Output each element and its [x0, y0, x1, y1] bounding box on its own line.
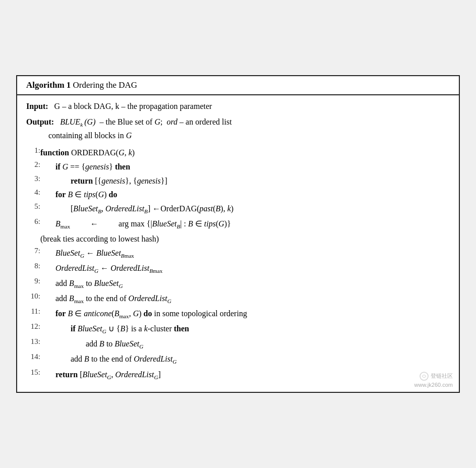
line-content: add B to the end of OrderedListG	[40, 352, 450, 367]
algorithm-header: Algorithm 1 Ordering the DAG	[17, 76, 459, 95]
line-content: OrderedListG ← OrderedListBmax	[40, 261, 450, 276]
line-content: if G == {genesis} then	[40, 160, 450, 174]
line-row: 1:function ORDERDAG(G, k)	[26, 146, 450, 160]
line-number: 4:	[26, 188, 40, 202]
line-number: 9:	[26, 276, 40, 291]
line-row: 5:[BlueSetB, OrderedListB] ←OrderDAG(pas…	[26, 202, 450, 217]
line-number: 6:	[26, 217, 40, 232]
line-row: 13:add B to BlueSetG	[26, 337, 450, 352]
line-row: 8:OrderedListG ← OrderedListBmax	[26, 261, 450, 276]
line-row: 15:return [BlueSetG, OrderedListG]	[26, 368, 450, 383]
line-content: function ORDERDAG(G, k)	[40, 146, 450, 160]
line-content: BlueSetG ← BlueSetBmax	[40, 246, 450, 261]
line-row: (break ties according to lowest hash)	[26, 232, 450, 246]
line-number: 1:	[26, 146, 40, 160]
line-content: for B ∈ anticone(Bmax, G) do in some top…	[40, 307, 450, 322]
line-content: for B ∈ tips(G) do	[40, 188, 450, 202]
watermark: 登链社区 www.jk260.com	[414, 372, 453, 388]
algorithm-lines: 1:function ORDERDAG(G, k)2:if G == {gene…	[26, 146, 450, 382]
line-number: 11:	[26, 307, 40, 322]
line-number: 10:	[26, 291, 40, 307]
algorithm-body: Input: G – a block DAG, k – the propagat…	[17, 95, 459, 391]
line-number: 3:	[26, 174, 40, 188]
line-row: 11:for B ∈ anticone(Bmax, G) do in some …	[26, 307, 450, 322]
output-section: Output: BLUEk (G) – the Blue set of G; o…	[26, 116, 450, 142]
line-row: 10:add Bmax to the end of OrderedListG	[26, 291, 450, 307]
line-number: 14:	[26, 352, 40, 367]
line-content: add B to BlueSetG	[40, 337, 450, 352]
line-row: 14:add B to the end of OrderedListG	[26, 352, 450, 367]
line-content: return [{genesis}, {genesis}]	[40, 174, 450, 188]
line-content: add Bmax to the end of OrderedListG	[40, 291, 450, 307]
line-row: 9:add Bmax to BlueSetG	[26, 276, 450, 291]
input-label: Input:	[26, 102, 48, 110]
line-number: 12:	[26, 322, 40, 337]
line-content: (break ties according to lowest hash)	[40, 232, 450, 246]
algorithm-title-bold: Algorithm 1	[26, 80, 71, 90]
output-blue: BLUEk (G)	[60, 118, 95, 126]
line-row: 2:if G == {genesis} then	[26, 160, 450, 174]
line-number: 8:	[26, 261, 40, 276]
line-number: 15:	[26, 368, 40, 383]
watermark-icon: 登链社区	[420, 372, 453, 381]
line-row: 7:BlueSetG ← BlueSetBmax	[26, 246, 450, 261]
line-number: 13:	[26, 337, 40, 352]
output-label: Output:	[26, 118, 54, 126]
line-row: 4:for B ∈ tips(G) do	[26, 188, 450, 202]
line-row: 6:Bmax ← arg max {|BlueSetB| : B ∈ tips(…	[26, 217, 450, 232]
svg-point-0	[420, 372, 428, 380]
line-number	[26, 232, 40, 246]
line-number: 2:	[26, 160, 40, 174]
line-content: [BlueSetB, OrderedListB] ←OrderDAG(past(…	[40, 202, 450, 217]
input-section: Input: G – a block DAG, k – the propagat…	[26, 100, 450, 113]
line-number: 7:	[26, 246, 40, 261]
algorithm-box: Algorithm 1 Ordering the DAG Input: G – …	[16, 75, 460, 392]
line-content: return [BlueSetG, OrderedListG]	[40, 368, 450, 383]
line-content: if BlueSetG ∪ {B} is a k-cluster then	[40, 322, 450, 337]
line-row: 3:return [{genesis}, {genesis}]	[26, 174, 450, 188]
line-row: 12:if BlueSetG ∪ {B} is a k-cluster then	[26, 322, 450, 337]
input-content: G – a block DAG, k – the propagation par…	[54, 102, 212, 110]
line-number: 5:	[26, 202, 40, 217]
algorithm-title-rest: Ordering the DAG	[71, 80, 137, 90]
line-content: add Bmax to BlueSetG	[40, 276, 450, 291]
line-content: Bmax ← arg max {|BlueSetB| : B ∈ tips(G)…	[40, 217, 450, 232]
